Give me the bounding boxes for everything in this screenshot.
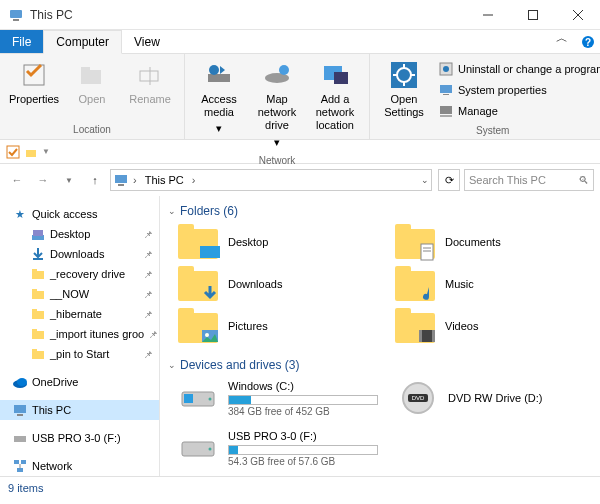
close-button[interactable] [555, 0, 600, 30]
svg-rect-36 [33, 230, 43, 236]
network-icon [12, 458, 28, 474]
svg-rect-64 [419, 330, 422, 342]
svg-rect-28 [443, 94, 449, 95]
svg-rect-10 [81, 67, 90, 72]
up-button[interactable]: ↑ [84, 169, 106, 191]
sidebar-network[interactable]: Network [0, 456, 159, 476]
folders-header[interactable]: ⌄Folders (6) [168, 200, 592, 222]
svg-rect-42 [32, 311, 44, 319]
path-dropdown[interactable]: ⌄ [421, 175, 429, 185]
pin-icon: 📌︎ [148, 329, 158, 340]
sidebar-item[interactable]: _recovery drive📌︎ [0, 264, 159, 284]
sidebar-item[interactable]: Downloads📌︎ [0, 244, 159, 264]
pin-icon: 📌︎ [143, 229, 153, 240]
ribbon-rename: Rename [122, 56, 178, 122]
navigation-pane: ★Quick access Desktop📌︎Downloads📌︎_recov… [0, 196, 160, 476]
folder-item[interactable]: Videos [395, 308, 592, 344]
drive-item[interactable]: USB PRO 3-0 (F:)54.3 GB free of 57.6 GB [178, 428, 378, 468]
pin-icon: 📌︎ [143, 269, 153, 280]
qat-checkbox-icon[interactable] [6, 145, 20, 159]
folder-item[interactable]: Music [395, 266, 592, 302]
sidebar-item[interactable]: __NOW📌︎ [0, 284, 159, 304]
help-button[interactable]: ? [576, 30, 600, 53]
svg-point-76 [209, 448, 212, 451]
pin-icon: 📌︎ [143, 349, 153, 360]
pc-icon [12, 402, 28, 418]
folder-item[interactable]: Documents [395, 224, 592, 260]
svg-rect-54 [21, 460, 26, 464]
address-path[interactable]: › This PC › ⌄ [110, 169, 432, 191]
svg-rect-47 [32, 349, 37, 352]
path-segment[interactable]: This PC [141, 174, 188, 186]
folder-icon [395, 224, 435, 260]
ribbon-map-drive[interactable]: Map network drive▾ [249, 56, 305, 153]
tab-computer[interactable]: Computer [43, 30, 122, 54]
ribbon-add-location[interactable]: Add a network location [307, 56, 363, 153]
tab-file[interactable]: File [0, 30, 43, 53]
svg-rect-8 [24, 65, 44, 85]
svg-rect-40 [32, 291, 44, 299]
dvd-icon: DVD [398, 378, 438, 418]
folder-icon [30, 266, 46, 282]
recent-button[interactable]: ▼ [58, 169, 80, 191]
ribbon-body: Properties Open Rename Location Access m… [0, 54, 600, 140]
maximize-button[interactable] [510, 0, 555, 30]
svg-rect-27 [440, 85, 452, 93]
ribbon-properties[interactable]: Properties [6, 56, 62, 122]
folder-item[interactable]: Downloads [178, 266, 375, 302]
svg-rect-34 [118, 184, 124, 186]
folder-item[interactable]: Desktop [178, 224, 375, 260]
ribbon-access-media[interactable]: Access media▾ [191, 56, 247, 153]
sidebar-item[interactable]: _import itunes groo📌︎ [0, 324, 159, 344]
map-drive-icon [262, 60, 292, 90]
svg-rect-65 [432, 330, 435, 342]
folder-item[interactable]: Pictures [178, 308, 375, 344]
minimize-button[interactable] [465, 0, 510, 30]
sidebar-usb[interactable]: USB PRO 3-0 (F:) [0, 428, 159, 448]
add-location-icon [320, 60, 350, 90]
svg-rect-11 [140, 71, 158, 81]
svg-rect-41 [32, 289, 37, 292]
sidebar-quick-access[interactable]: ★Quick access [0, 204, 159, 224]
address-bar: ← → ▼ ↑ › This PC › ⌄ ⟳ Search This PC 🔍… [0, 164, 600, 196]
svg-point-26 [443, 66, 449, 72]
manage-icon [438, 103, 454, 119]
drives-header[interactable]: ⌄Devices and drives (3) [168, 354, 592, 376]
sidebar-item[interactable]: _hibernate📌︎ [0, 304, 159, 324]
ribbon-sys-props[interactable]: System properties [436, 80, 600, 100]
app-icon [8, 7, 24, 23]
folder-icon [30, 226, 46, 242]
forward-button[interactable]: → [32, 169, 54, 191]
svg-text:DVD: DVD [412, 395, 425, 401]
content-pane: ⌄Folders (6) DesktopDocumentsDownloadsMu… [160, 196, 600, 476]
drive-item[interactable]: Windows (C:)384 GB free of 452 GB [178, 378, 378, 418]
qat-dropdown[interactable]: ▼ [42, 147, 50, 156]
sidebar-item[interactable]: Desktop📌︎ [0, 224, 159, 244]
svg-rect-55 [17, 468, 23, 472]
search-box[interactable]: Search This PC 🔍︎ [464, 169, 594, 191]
sidebar-this-pc[interactable]: This PC [0, 400, 159, 420]
svg-rect-44 [32, 331, 44, 339]
uninstall-icon [438, 61, 454, 77]
status-count: 9 items [8, 482, 43, 494]
qat-folder-icon[interactable] [24, 145, 38, 159]
ribbon-uninstall[interactable]: Uninstall or change a program [436, 59, 600, 79]
svg-rect-43 [32, 309, 37, 312]
back-button[interactable]: ← [6, 169, 28, 191]
refresh-button[interactable]: ⟳ [438, 169, 460, 191]
drive-item[interactable]: DVDDVD RW Drive (D:) [398, 378, 592, 418]
svg-point-68 [209, 398, 212, 401]
folder-icon [30, 286, 46, 302]
ribbon-manage[interactable]: Manage [436, 101, 600, 121]
svg-rect-31 [7, 146, 19, 158]
svg-rect-52 [14, 436, 26, 442]
folder-icon [30, 246, 46, 262]
sidebar-onedrive[interactable]: OneDrive [0, 372, 159, 392]
sidebar-item[interactable]: _pin to Start📌︎ [0, 344, 159, 364]
svg-point-49 [17, 378, 27, 386]
svg-rect-33 [115, 175, 127, 183]
ribbon-open-settings[interactable]: Open Settings [376, 56, 432, 123]
collapse-ribbon-button[interactable]: ︿ [556, 30, 568, 53]
pin-icon: 📌︎ [143, 309, 153, 320]
tab-view[interactable]: View [122, 30, 172, 53]
